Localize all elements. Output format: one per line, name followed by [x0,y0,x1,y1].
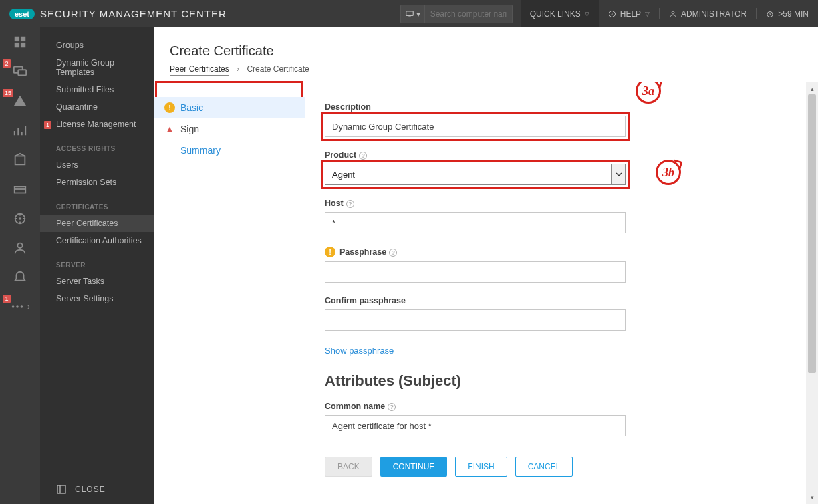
session-label: >59 MIN [778,9,809,19]
help-label: HELP [620,9,641,19]
wizard-step-sign[interactable]: ▲ Sign [154,118,305,140]
product-label: Product? [325,150,779,160]
admin-label: ADMINISTRATOR [681,9,746,19]
subnav-close[interactable]: CLOSE [40,484,154,495]
svg-text:?: ? [611,12,614,16]
scrollbar[interactable]: ▴ ▾ [806,82,818,504]
scroll-up-icon[interactable]: ▴ [807,84,817,94]
field-passphrase: ! Passphrase? [325,247,779,283]
breadcrumb: Peer Certificates › Create Certificate [170,64,802,74]
svg-rect-13 [15,186,26,193]
rail-threats[interactable]: 15 [0,86,40,116]
svg-rect-9 [21,43,25,47]
footer-buttons: BACK CONTINUE FINISH CANCEL [325,450,779,487]
breadcrumb-leaf: Create Certificate [247,64,309,74]
subnav-quarantine[interactable]: Quarantine [40,98,154,116]
session-timer[interactable]: >59 MIN [757,0,818,27]
rail-tasks[interactable] [0,145,40,174]
top-bar: eset SECURITY MANAGEMENT CENTER ▾ QUICK … [0,0,818,27]
svg-rect-11 [18,70,26,75]
icon-rail: 2 15 1 › [0,27,40,504]
finish-button[interactable]: FINISH [455,457,507,477]
computer-search[interactable]: ▾ [400,5,513,23]
search-input[interactable] [425,9,512,19]
subnav-heading-access: ACCESS RIGHTS [40,133,154,156]
field-confirm-passphrase: Confirm passphrase [325,296,779,331]
rail-notifications[interactable] [0,263,40,292]
common-name-input[interactable] [325,415,626,436]
chevron-down-icon[interactable] [611,164,625,184]
description-label: Description [325,102,779,112]
subnav-heading-certificates: CERTIFICATES [40,191,154,215]
passphrase-label: Passphrase? [339,247,397,257]
form-area: Description 3a Product? Agent 3b [305,82,806,504]
subnav-dynamic-group-templates[interactable]: Dynamic Group Templates [40,54,154,81]
callout-3b: 3b [656,160,681,185]
scroll-thumb[interactable] [808,94,816,373]
product-value: Agent [332,170,355,180]
rail-installers[interactable] [0,174,40,204]
host-input[interactable] [325,212,626,233]
confirm-passphrase-label: Confirm passphrase [325,296,779,305]
app-title: SECURITY MANAGEMENT CENTER [40,8,227,19]
attributes-heading: Attributes (Subject) [325,372,779,390]
user-menu[interactable]: ADMINISTRATOR [660,0,756,27]
common-name-label: Common name? [325,402,779,411]
rail-computers[interactable]: 2 [0,57,40,86]
subnav-users[interactable]: Users [40,156,154,174]
rail-more[interactable]: 1 › [0,292,40,322]
breadcrumb-root[interactable]: Peer Certificates [170,64,229,76]
quick-links-label: QUICK LINKS [530,9,581,19]
scroll-down-icon[interactable]: ▾ [807,492,817,503]
cancel-button[interactable]: CANCEL [515,457,573,477]
svg-point-16 [17,243,22,248]
confirm-passphrase-input[interactable] [325,309,626,331]
wizard-step-summary[interactable]: Summary [154,140,305,161]
page-title: Create Certificate [170,43,802,59]
help-icon[interactable]: ? [388,403,396,411]
subnav-server-tasks[interactable]: Server Tasks [40,273,154,290]
warning-icon: ! [325,247,335,257]
help-icon[interactable]: ? [346,200,354,208]
search-scope-icon[interactable]: ▾ [401,5,425,23]
rail-users[interactable] [0,233,40,263]
subnav-peer-certificates[interactable]: Peer Certificates [40,215,154,232]
rail-policies[interactable] [0,204,40,233]
quick-links-menu[interactable]: QUICK LINKS▽ [521,0,599,27]
scroll-track[interactable] [807,94,817,492]
help-icon[interactable]: ? [389,249,397,257]
help-icon[interactable]: ? [359,152,367,160]
spacer-icon [164,145,175,156]
svg-point-17 [12,305,15,308]
main-area: Create Certificate Peer Certificates › C… [154,27,818,504]
rail-reports[interactable] [0,116,40,145]
warning-icon: ! [164,102,175,113]
field-host: Host? [325,199,779,233]
license-label: License Management [56,120,136,129]
passphrase-input[interactable] [325,261,626,283]
subnav-submitted-files[interactable]: Submitted Files [40,81,154,98]
svg-point-4 [672,11,674,14]
show-passphrase-link[interactable]: Show passphrase [325,346,394,356]
subnav-license-management[interactable]: 1 License Management [40,116,154,133]
svg-rect-6 [15,37,19,41]
field-description: Description 3a [325,102,779,137]
error-icon: ▲ [164,124,175,134]
callout-3a: 3a [636,82,661,104]
subnav-server-settings[interactable]: Server Settings [40,290,154,307]
back-button[interactable]: BACK [325,457,372,477]
rail-dashboard[interactable] [0,27,40,57]
product-select[interactable]: Agent [325,164,626,185]
subnav-certification-authorities[interactable]: Certification Authorities [40,232,154,249]
svg-point-19 [21,305,23,308]
subnav-groups[interactable]: Groups [40,37,154,54]
continue-button[interactable]: CONTINUE [380,457,448,477]
license-badge: 1 [44,121,51,129]
help-menu[interactable]: ? HELP▽ [599,0,659,27]
wizard-step-basic[interactable]: ! Basic [154,97,305,118]
svg-point-15 [19,217,21,220]
svg-point-18 [16,305,19,308]
subnav-permission-sets[interactable]: Permission Sets [40,174,154,191]
host-label: Host? [325,199,779,208]
description-input[interactable] [325,116,626,137]
